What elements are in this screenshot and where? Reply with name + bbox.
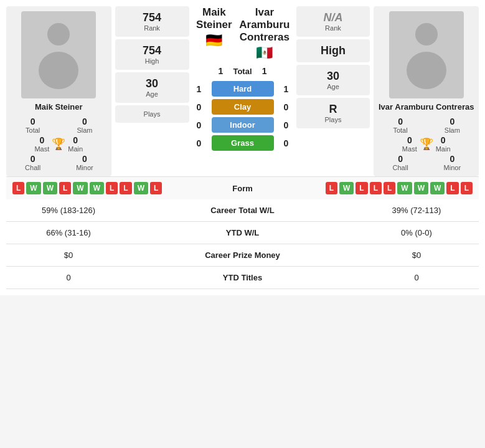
right-rank-label: Rank xyxy=(301,24,365,32)
career-prize-label: Career Prize Money xyxy=(131,244,354,267)
left-plays-label: Plays xyxy=(120,110,184,118)
right-stat-slam: 0 Slam xyxy=(430,117,475,134)
ytd-titles-label: YTD Titles xyxy=(131,267,354,289)
right-rank-box: N/A Rank xyxy=(296,6,370,37)
loss-badge: L xyxy=(461,182,473,194)
ytd-titles-right: 0 xyxy=(354,267,479,289)
right-player-name: Ivar Aramburu Contreras xyxy=(379,102,474,112)
loss-badge: L xyxy=(446,182,458,194)
players-top-section: Maik Steiner 0 Total 0 Slam 0 Mast 🏆 xyxy=(6,6,479,176)
right-high-box: High xyxy=(296,39,370,62)
right-stat-main: 0 Main xyxy=(436,135,451,153)
right-player-title: Ivar Aramburu Contreras xyxy=(239,6,290,44)
loss-badge: L xyxy=(356,182,367,194)
win-badge: W xyxy=(339,182,354,194)
left-rank-box: 754 Rank xyxy=(115,6,189,37)
indoor-badge: Indoor xyxy=(212,117,274,133)
total-left: 1 xyxy=(214,66,227,76)
ytd-titles-row: 0 YTD Titles 0 xyxy=(6,267,479,289)
right-plays-label: Plays xyxy=(301,116,365,123)
left-form-badges: LWWLWWLLWL xyxy=(12,182,214,194)
left-stat-total: 0 Total xyxy=(10,117,55,134)
total-right: 1 xyxy=(258,66,271,76)
right-player-card: Ivar Aramburu Contreras 0 Total 0 Slam 0… xyxy=(374,6,479,176)
win-badge: W xyxy=(90,182,104,194)
ytd-wl-row: 66% (31-16) YTD W/L 0% (0-0) xyxy=(6,222,479,244)
left-stat-minor: 0 Minor xyxy=(62,154,107,171)
form-section: LWWLWWLLWL Form LWLLLWWWLL xyxy=(6,176,479,199)
left-stat-slam: 0 Slam xyxy=(62,117,107,134)
right-trophy-icon: 🏆 xyxy=(420,137,433,151)
win-badge: W xyxy=(430,182,445,194)
left-player-name: Maik Steiner xyxy=(35,102,83,112)
right-age-box: 30 Age xyxy=(296,65,370,95)
win-badge: W xyxy=(43,182,57,194)
right-stat-chall: 0 Chall xyxy=(377,154,423,171)
left-player-flag: 🇩🇪 xyxy=(195,32,233,49)
svg-point-0 xyxy=(47,23,70,45)
loss-badge: L xyxy=(370,182,382,194)
right-player-avatar xyxy=(389,11,464,98)
win-badge: W xyxy=(397,182,412,194)
loss-badge: L xyxy=(106,182,118,194)
right-stat-mast: 0 Mast xyxy=(402,135,417,153)
right-form-badges: LWLLLWWWLL xyxy=(271,182,473,194)
right-stat-minor: 0 Minor xyxy=(430,154,475,171)
court-row-grass: 0 Grass 0 xyxy=(193,135,293,151)
left-rank-label: Rank xyxy=(120,24,184,32)
svg-point-2 xyxy=(415,23,438,45)
left-high-value: 754 xyxy=(120,44,184,57)
career-prize-right: $0 xyxy=(354,244,479,267)
loss-badge: L xyxy=(384,182,395,194)
left-player-avatar xyxy=(21,11,96,98)
stats-table: 59% (183-126) Career Total W/L 39% (72-1… xyxy=(6,199,479,289)
left-stat-mast: 0 Mast xyxy=(34,135,49,153)
left-stat-chall: 0 Chall xyxy=(10,154,55,171)
left-middle-stats: 754 Rank 754 High 30 Age Plays xyxy=(115,6,189,123)
court-row-clay: 0 Clay 0 xyxy=(193,99,293,115)
win-badge: W xyxy=(26,182,40,194)
clay-left: 0 xyxy=(193,102,205,112)
right-stat-total: 0 Total xyxy=(377,117,423,134)
left-player-stats-2: 0 Chall 0 Minor xyxy=(10,154,108,171)
clay-badge: Clay xyxy=(212,99,274,115)
right-age-label: Age xyxy=(301,83,365,90)
total-label: Total xyxy=(233,67,252,76)
right-rank-value: N/A xyxy=(301,11,365,24)
left-high-label: High xyxy=(120,57,184,65)
career-wl-row: 59% (183-126) Career Total W/L 39% (72-1… xyxy=(6,199,479,222)
career-wl-left: 59% (183-126) xyxy=(6,199,131,222)
right-player-stats: 0 Total 0 Slam xyxy=(377,117,475,134)
hard-left: 1 xyxy=(193,84,205,94)
career-wl-right: 39% (72-113) xyxy=(354,199,479,222)
left-trophy-row: 0 Mast 🏆 0 Main xyxy=(10,135,108,153)
indoor-left: 0 xyxy=(193,120,205,130)
left-player-title: Maik Steiner xyxy=(195,6,233,31)
win-badge: W xyxy=(414,182,428,194)
ytd-titles-left: 0 xyxy=(6,267,131,289)
left-age-value: 30 xyxy=(120,77,184,90)
left-high-box: 754 High xyxy=(115,39,189,70)
right-player-flag: 🇲🇽 xyxy=(239,45,290,61)
svg-point-3 xyxy=(407,52,446,89)
right-middle-stats: N/A Rank High 30 Age R Plays xyxy=(296,6,370,128)
clay-right: 0 xyxy=(280,102,293,112)
grass-left: 0 xyxy=(193,138,205,148)
loss-badge: L xyxy=(120,182,131,194)
loss-badge: L xyxy=(326,182,337,194)
loss-badge: L xyxy=(59,182,71,194)
grass-right: 0 xyxy=(280,138,293,148)
right-age-value: 30 xyxy=(301,70,365,83)
right-trophy-row: 0 Mast 🏆 0 Main xyxy=(377,135,475,153)
career-prize-row: $0 Career Prize Money $0 xyxy=(6,244,479,267)
ytd-wl-right: 0% (0-0) xyxy=(354,222,479,244)
win-badge: W xyxy=(73,182,87,194)
right-plays-box: R Plays xyxy=(296,98,370,128)
grass-badge: Grass xyxy=(212,135,274,151)
loss-badge: L xyxy=(12,182,24,194)
court-row-hard: 1 Hard 1 xyxy=(193,81,293,97)
left-stat-main: 0 Main xyxy=(68,135,83,153)
career-prize-left: $0 xyxy=(6,244,131,267)
indoor-right: 0 xyxy=(280,120,293,130)
left-age-label: Age xyxy=(120,90,184,98)
